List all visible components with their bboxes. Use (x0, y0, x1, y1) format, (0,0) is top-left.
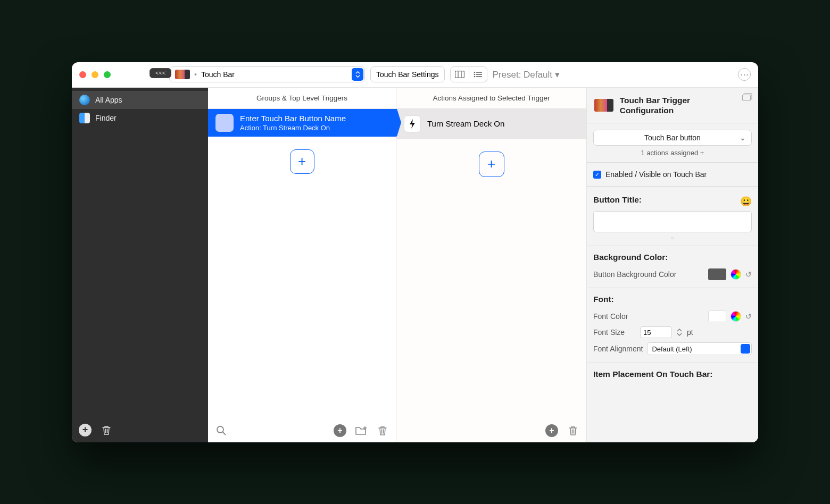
touch-bar-button-preview (215, 114, 234, 132)
bg-color-swatch[interactable] (708, 268, 726, 280)
action-row[interactable]: Turn Stream Deck On (396, 109, 586, 139)
button-title-header: Button Title: (593, 195, 642, 205)
font-color-label: Font Color (593, 312, 704, 321)
color-picker-icon[interactable] (731, 311, 741, 322)
font-align-label: Font Alignment (593, 345, 643, 353)
sidebar-item-finder[interactable]: Finder (72, 109, 208, 127)
sidebar-item-all-apps[interactable]: All Apps (72, 91, 208, 109)
stepper-icon[interactable] (676, 328, 683, 337)
traffic-minimize[interactable] (92, 71, 98, 78)
actions-column: Actions Assigned to Selected Trigger Tur… (396, 88, 587, 442)
actions-header: Actions Assigned to Selected Trigger (396, 88, 586, 109)
bg-color-label: Button Background Color (593, 270, 704, 279)
enabled-checkbox[interactable]: ✓ (593, 171, 601, 179)
add-action-button[interactable]: + (479, 152, 504, 177)
trigger-type-select[interactable]: Touch Bar button ⌄ (593, 130, 752, 146)
finder-icon (79, 113, 90, 123)
preset-selector[interactable]: Preset: Default ▾ (493, 69, 560, 80)
titlebar: • Touch Bar Touch Bar Settings Preset: D… (72, 62, 758, 88)
traffic-zoom[interactable] (104, 71, 111, 78)
placement-header: Item Placement On Touch Bar: (593, 369, 752, 379)
svg-point-9 (217, 426, 223, 433)
config-title: Touch Bar Trigger Configuration (620, 95, 745, 116)
stepper-icon (741, 344, 750, 354)
sidebar-add-button[interactable]: + (78, 423, 92, 437)
enabled-label: Enabled / Visible on Touch Bar (605, 170, 707, 179)
add-circle-button[interactable]: + (333, 424, 347, 438)
svg-point-5 (474, 74, 476, 75)
globe-icon (79, 95, 90, 105)
trigger-row[interactable]: Enter Touch Bar Button Name Action: Turn… (208, 109, 396, 137)
svg-rect-4 (476, 72, 482, 73)
trigger-subtitle: Action: Turn Stream Deck On (240, 124, 346, 132)
trash-action-button[interactable] (566, 424, 580, 438)
trigger-category-label: Touch Bar (201, 70, 235, 79)
font-color-swatch[interactable] (708, 310, 726, 322)
svg-rect-0 (455, 71, 464, 78)
font-size-label: Font Size (593, 328, 636, 337)
stepper-icon (352, 68, 363, 81)
triggers-column: Groups & Top Level Triggers Enter Touch … (208, 88, 396, 442)
add-trigger-button[interactable]: + (290, 149, 314, 174)
font-header: Font: (593, 295, 752, 304)
bg-color-header: Background Color: (593, 253, 752, 262)
app-window: • Touch Bar Touch Bar Settings Preset: D… (72, 62, 758, 442)
actions-assigned-text[interactable]: 1 actions assigned + (587, 149, 758, 157)
svg-rect-8 (476, 76, 482, 77)
back-button[interactable]: <<< (150, 68, 171, 78)
trash-button[interactable] (376, 424, 389, 438)
font-size-unit: pt (687, 328, 693, 337)
view-mode-segmented[interactable] (450, 66, 487, 82)
svg-rect-14 (743, 95, 751, 100)
bolt-icon (404, 115, 421, 132)
search-button[interactable] (214, 424, 228, 438)
action-label: Turn Stream Deck On (427, 119, 504, 128)
triggers-header: Groups & Top Level Triggers (208, 88, 396, 109)
more-menu-icon[interactable]: ⋯ (738, 68, 751, 81)
reset-icon[interactable]: ↺ (745, 270, 752, 279)
new-folder-button[interactable] (354, 424, 368, 438)
sidebar-item-label: Finder (95, 114, 117, 122)
font-align-select[interactable]: Default (Left) (647, 342, 752, 355)
touch-bar-icon (175, 70, 190, 79)
font-size-input[interactable] (640, 326, 672, 338)
list-icon[interactable] (469, 67, 487, 82)
trigger-type-label: Touch Bar button (644, 133, 701, 142)
window-stack-icon[interactable] (742, 93, 753, 102)
font-align-value: Default (Left) (652, 345, 692, 353)
settings-button-label: Touch Bar Settings (376, 70, 439, 79)
trigger-category-select[interactable]: • Touch Bar (169, 66, 365, 82)
add-action-circle-button[interactable]: + (545, 424, 559, 438)
button-title-input[interactable] (593, 211, 752, 232)
traffic-close[interactable] (79, 71, 86, 78)
sidebar-trash-button[interactable] (99, 423, 113, 437)
emoji-button[interactable]: 😀 (740, 196, 752, 207)
sidebar: <<< All Apps Finder + (72, 88, 208, 442)
svg-point-3 (474, 72, 476, 73)
color-picker-icon[interactable] (731, 269, 741, 280)
chevron-down-icon: ⌄ (740, 133, 746, 142)
svg-rect-6 (476, 74, 482, 75)
settings-button[interactable]: Touch Bar Settings (370, 66, 445, 82)
touch-bar-icon (594, 99, 613, 112)
sidebar-item-label: All Apps (95, 96, 122, 104)
columns-icon[interactable] (451, 67, 469, 82)
svg-line-10 (223, 432, 226, 435)
trigger-title: Enter Touch Bar Button Name (240, 114, 346, 123)
reset-icon[interactable]: ↺ (745, 312, 752, 321)
resize-handle-icon[interactable]: ○ (593, 234, 752, 240)
config-panel: Touch Bar Trigger Configuration Touch Ba… (587, 88, 758, 442)
svg-point-7 (474, 76, 476, 78)
